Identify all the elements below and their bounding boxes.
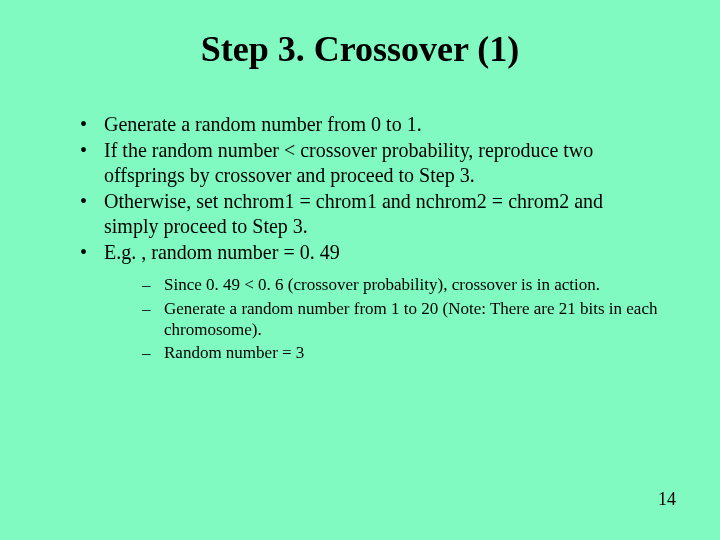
list-item: Generate a random number from 0 to 1. — [80, 112, 660, 136]
bullet-list: Generate a random number from 0 to 1. If… — [60, 112, 660, 363]
slide-title: Step 3. Crossover (1) — [60, 28, 660, 70]
list-item: E.g. , random number = 0. 49 Since 0. 49… — [80, 240, 660, 363]
sub-bullet-text: Since 0. 49 < 0. 6 (crossover probabilit… — [164, 275, 600, 294]
bullet-text: If the random number < crossover probabi… — [104, 139, 593, 185]
list-item: Since 0. 49 < 0. 6 (crossover probabilit… — [142, 274, 660, 295]
bullet-text: Generate a random number from 0 to 1. — [104, 113, 422, 135]
bullet-text: Otherwise, set nchrom1 = chrom1 and nchr… — [104, 190, 603, 236]
page-number: 14 — [658, 489, 676, 510]
list-item: Random number = 3 — [142, 342, 660, 363]
sub-bullet-text: Random number = 3 — [164, 343, 304, 362]
sub-bullet-list: Since 0. 49 < 0. 6 (crossover probabilit… — [104, 274, 660, 363]
slide: Step 3. Crossover (1) Generate a random … — [0, 0, 720, 540]
list-item: If the random number < crossover probabi… — [80, 138, 660, 187]
sub-bullet-text: Generate a random number from 1 to 20 (N… — [164, 299, 657, 339]
bullet-text: E.g. , random number = 0. 49 — [104, 241, 340, 263]
list-item: Otherwise, set nchrom1 = chrom1 and nchr… — [80, 189, 660, 238]
list-item: Generate a random number from 1 to 20 (N… — [142, 298, 660, 341]
